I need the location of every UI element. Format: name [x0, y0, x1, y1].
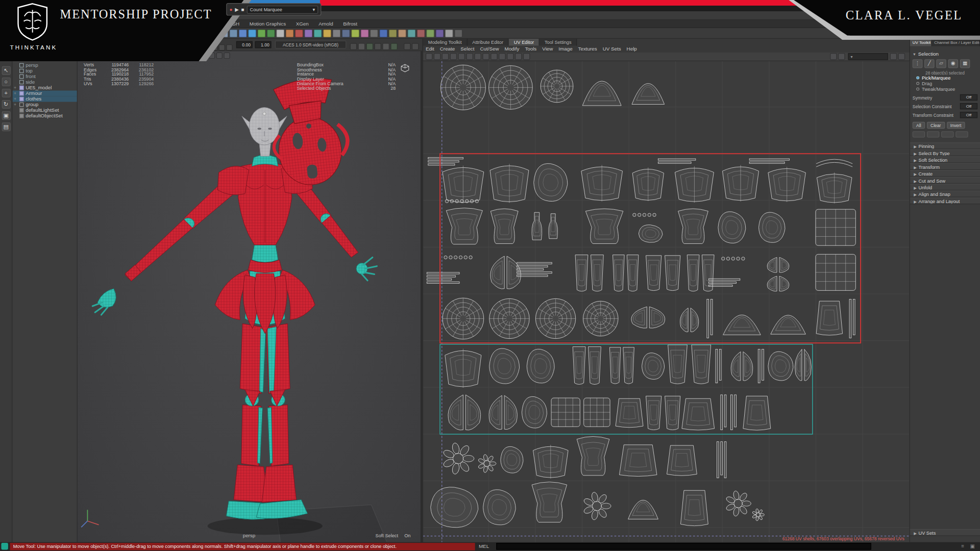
stop-icon[interactable]: ■ — [241, 7, 244, 12]
uv-shell[interactable] — [522, 396, 547, 428]
menu-view[interactable]: View — [542, 45, 553, 52]
shelf-tool-icon[interactable] — [286, 30, 294, 38]
expand-arrow-icon[interactable]: + — [14, 96, 19, 102]
select-shell-icon[interactable]: ▦ — [960, 59, 970, 68]
render-icon[interactable] — [366, 43, 373, 50]
section-select-by-type[interactable]: ▶Select By Type — [910, 149, 980, 156]
select-edge-icon[interactable]: ╱ — [924, 59, 935, 68]
shelf-tool-icon[interactable] — [332, 30, 340, 38]
uv-shell[interactable] — [489, 66, 533, 110]
uv-shell[interactable] — [767, 257, 789, 272]
uv-shell[interactable] — [768, 352, 793, 381]
section-align-and-snap[interactable]: ▶Align and Snap — [910, 190, 980, 197]
render-icon[interactable] — [390, 43, 397, 50]
outliner-item[interactable]: defaultObjectSet — [12, 113, 77, 119]
shelf-tool-icon[interactable] — [276, 30, 284, 38]
uv-toolbar-icon[interactable] — [515, 53, 522, 60]
script-editor-icon[interactable]: ≡ — [961, 543, 964, 549]
mode-tweak-marquee[interactable]: Tweak/Marquee — [910, 86, 980, 92]
uv-shell[interactable] — [491, 209, 518, 243]
uv-shell[interactable] — [575, 255, 603, 291]
menu-image[interactable]: Image — [558, 45, 572, 52]
uv-shell[interactable] — [759, 212, 785, 242]
uv-shell[interactable] — [535, 298, 575, 338]
uv-shell[interactable] — [816, 254, 855, 290]
uv-shell[interactable] — [443, 442, 474, 475]
section-uv-sets[interactable]: ▶UV Sets — [910, 529, 980, 536]
uv-shell[interactable] — [489, 348, 520, 384]
render-icon[interactable] — [358, 43, 365, 50]
shelf-tool-icon[interactable] — [379, 30, 387, 38]
uv-toolbar-icon[interactable] — [434, 53, 440, 60]
uv-shell[interactable] — [743, 396, 771, 430]
uv-shell[interactable] — [709, 279, 740, 286]
outliner-item[interactable]: defaultLightSet — [12, 108, 77, 113]
uv-shell[interactable] — [489, 298, 529, 338]
uv-shell[interactable] — [642, 353, 665, 380]
uv-shell[interactable] — [616, 398, 643, 428]
uv-shell[interactable] — [731, 352, 753, 381]
play-icon[interactable]: ▶ — [235, 7, 239, 12]
grow-selection-button[interactable] — [913, 131, 925, 137]
uv-shell[interactable] — [752, 509, 764, 521]
uv-shell[interactable] — [609, 347, 634, 384]
uv-toolbar-icon[interactable] — [523, 53, 530, 60]
lasso-tool-icon[interactable]: ○ — [2, 78, 10, 86]
shelf-tool-icon[interactable] — [435, 30, 444, 38]
uv-shell[interactable] — [680, 490, 708, 525]
border-selection-button[interactable] — [941, 131, 953, 137]
uv-shell[interactable] — [628, 500, 658, 519]
uv-shell[interactable] — [532, 482, 567, 522]
uv-shell[interactable] — [675, 166, 714, 203]
uv-shell[interactable] — [658, 159, 695, 163]
uv-shell[interactable] — [632, 84, 665, 105]
uv-shell[interactable] — [725, 490, 751, 516]
shelf-tool-icon[interactable] — [314, 30, 322, 38]
select-all-button[interactable]: All — [913, 122, 925, 129]
outliner-item[interactable]: side — [12, 80, 77, 85]
menu-uv-sets[interactable]: UV Sets — [603, 45, 621, 52]
menu-modify[interactable]: Modify — [505, 45, 520, 52]
uv-shell[interactable] — [431, 487, 478, 528]
uv-shell[interactable] — [717, 442, 726, 478]
uv-shell[interactable] — [517, 262, 552, 277]
outliner-item[interactable]: top — [12, 68, 77, 73]
uv-shell[interactable] — [758, 349, 764, 383]
uv-shell[interactable] — [448, 395, 481, 430]
outliner-item[interactable]: +group — [12, 102, 77, 108]
uv-shell[interactable] — [816, 301, 842, 335]
uv-shell[interactable] — [633, 213, 656, 216]
options-icon[interactable] — [898, 53, 905, 60]
display-icon[interactable] — [404, 43, 410, 50]
section-create[interactable]: ▶Create — [910, 170, 980, 177]
uv-shell[interactable] — [723, 165, 759, 201]
shelf-tool-icon[interactable] — [389, 30, 397, 38]
display-icon[interactable] — [412, 43, 419, 50]
uv-shell[interactable] — [549, 214, 558, 239]
shortest-path-button[interactable] — [955, 131, 968, 137]
move-tool-icon[interactable]: + — [2, 89, 10, 97]
menu-textures[interactable]: Textures — [578, 45, 597, 52]
shelf-tool-icon[interactable] — [417, 30, 425, 38]
shelf-tool-icon[interactable] — [342, 30, 350, 38]
uv-shell[interactable] — [646, 256, 680, 291]
checker-icon[interactable] — [838, 53, 845, 60]
section-selection-header[interactable]: ▼Selection — [910, 51, 980, 57]
scale-tool-icon[interactable]: ▣ — [2, 111, 10, 120]
uv-shell[interactable] — [817, 172, 852, 204]
perspective-viewport[interactable]: Verts1194746118212 Edges2382964236102 Fa… — [78, 51, 421, 542]
tab-modeling-toolkit[interactable]: Modeling Toolkit — [423, 39, 468, 45]
outliner-item[interactable]: +UE5_model — [12, 85, 77, 91]
panel-layout-icon[interactable]: ▣ — [970, 543, 974, 549]
uv-shell[interactable] — [489, 395, 517, 430]
section-cut-and-sew[interactable]: ▶Cut and Sew — [910, 177, 980, 184]
shelf-tool-icon[interactable] — [295, 30, 303, 38]
menu-tools[interactable]: Tools — [525, 45, 536, 52]
uv-shell[interactable] — [668, 345, 711, 384]
invert-selection-button[interactable]: Invert — [947, 122, 965, 129]
uv-toolbar-icon[interactable] — [507, 53, 513, 60]
outliner-item[interactable]: +clothes — [12, 96, 77, 102]
shelf-tool-icon[interactable] — [323, 30, 331, 38]
uv-shell[interactable] — [532, 212, 542, 240]
capture-mode-dropdown[interactable]: Count Marquee ▾ — [247, 5, 318, 13]
